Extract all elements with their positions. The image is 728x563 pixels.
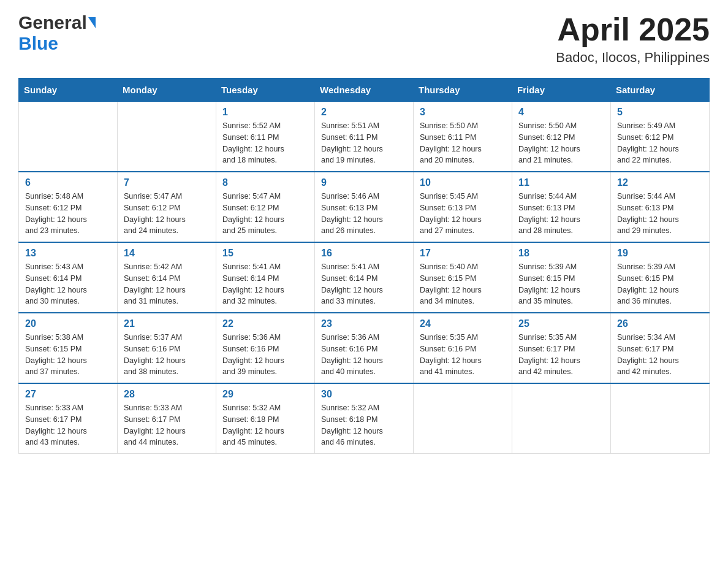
calendar-cell: 8Sunrise: 5:47 AM Sunset: 6:12 PM Daylig… [216,172,315,242]
day-number: 13 [25,248,111,259]
day-info: Sunrise: 5:36 AM Sunset: 6:16 PM Dayligh… [321,332,407,378]
calendar-cell [512,383,611,454]
day-number: 12 [617,177,703,188]
day-info: Sunrise: 5:35 AM Sunset: 6:16 PM Dayligh… [420,332,506,378]
day-info: Sunrise: 5:40 AM Sunset: 6:15 PM Dayligh… [420,261,506,307]
calendar-cell: 16Sunrise: 5:41 AM Sunset: 6:14 PM Dayli… [315,242,414,313]
day-info: Sunrise: 5:34 AM Sunset: 6:17 PM Dayligh… [617,332,703,378]
day-number: 28 [124,389,210,400]
day-number: 4 [518,107,604,118]
day-number: 23 [321,318,407,329]
calendar-cell [118,102,216,172]
calendar-cell: 27Sunrise: 5:33 AM Sunset: 6:17 PM Dayli… [19,383,118,454]
day-info: Sunrise: 5:39 AM Sunset: 6:15 PM Dayligh… [518,261,604,307]
day-number: 10 [420,177,506,188]
day-info: Sunrise: 5:33 AM Sunset: 6:17 PM Dayligh… [25,402,111,448]
weekday-header-sunday: Sunday [19,79,118,102]
page-header: General Blue April 2025 Badoc, Ilocos, P… [18,12,710,66]
day-number: 14 [124,248,210,259]
calendar-cell: 28Sunrise: 5:33 AM Sunset: 6:17 PM Dayli… [118,383,216,454]
weekday-header-saturday: Saturday [611,79,710,102]
calendar-cell: 22Sunrise: 5:36 AM Sunset: 6:16 PM Dayli… [216,313,315,383]
day-info: Sunrise: 5:44 AM Sunset: 6:13 PM Dayligh… [518,191,604,237]
day-info: Sunrise: 5:47 AM Sunset: 6:12 PM Dayligh… [222,191,308,237]
calendar-cell: 13Sunrise: 5:43 AM Sunset: 6:14 PM Dayli… [19,242,118,313]
logo-general-text: General [18,12,87,33]
calendar-cell: 11Sunrise: 5:44 AM Sunset: 6:13 PM Dayli… [512,172,611,242]
day-number: 19 [617,248,703,259]
calendar-cell: 12Sunrise: 5:44 AM Sunset: 6:13 PM Dayli… [611,172,710,242]
calendar-cell: 14Sunrise: 5:42 AM Sunset: 6:14 PM Dayli… [118,242,216,313]
logo-blue-text: Blue [18,33,58,53]
day-info: Sunrise: 5:45 AM Sunset: 6:13 PM Dayligh… [420,191,506,237]
calendar-table: SundayMondayTuesdayWednesdayThursdayFrid… [18,78,710,454]
title-block: April 2025 Badoc, Ilocos, Philippines [556,12,710,66]
calendar-cell: 5Sunrise: 5:49 AM Sunset: 6:12 PM Daylig… [611,102,710,172]
day-info: Sunrise: 5:52 AM Sunset: 6:11 PM Dayligh… [222,120,308,166]
day-number: 6 [25,177,111,188]
day-number: 11 [518,177,604,188]
day-number: 17 [420,248,506,259]
day-info: Sunrise: 5:43 AM Sunset: 6:14 PM Dayligh… [25,261,111,307]
day-info: Sunrise: 5:48 AM Sunset: 6:12 PM Dayligh… [25,191,111,237]
day-number: 3 [420,107,506,118]
calendar-week-row: 27Sunrise: 5:33 AM Sunset: 6:17 PM Dayli… [19,383,710,454]
calendar-cell: 29Sunrise: 5:32 AM Sunset: 6:18 PM Dayli… [216,383,315,454]
day-number: 25 [518,318,604,329]
day-info: Sunrise: 5:33 AM Sunset: 6:17 PM Dayligh… [124,402,210,448]
day-info: Sunrise: 5:41 AM Sunset: 6:14 PM Dayligh… [321,261,407,307]
calendar-cell: 18Sunrise: 5:39 AM Sunset: 6:15 PM Dayli… [512,242,611,313]
day-info: Sunrise: 5:35 AM Sunset: 6:17 PM Dayligh… [518,332,604,378]
calendar-cell: 3Sunrise: 5:50 AM Sunset: 6:11 PM Daylig… [414,102,512,172]
calendar-cell: 26Sunrise: 5:34 AM Sunset: 6:17 PM Dayli… [611,313,710,383]
calendar-subtitle: Badoc, Ilocos, Philippines [556,50,710,66]
weekday-header-friday: Friday [512,79,611,102]
day-number: 2 [321,107,407,118]
calendar-cell: 9Sunrise: 5:46 AM Sunset: 6:13 PM Daylig… [315,172,414,242]
day-number: 15 [222,248,308,259]
calendar-cell [414,383,512,454]
day-info: Sunrise: 5:41 AM Sunset: 6:14 PM Dayligh… [222,261,308,307]
calendar-cell: 2Sunrise: 5:51 AM Sunset: 6:11 PM Daylig… [315,102,414,172]
calendar-cell: 10Sunrise: 5:45 AM Sunset: 6:13 PM Dayli… [414,172,512,242]
day-number: 20 [25,318,111,329]
calendar-cell: 4Sunrise: 5:50 AM Sunset: 6:12 PM Daylig… [512,102,611,172]
calendar-cell [611,383,710,454]
day-info: Sunrise: 5:47 AM Sunset: 6:12 PM Dayligh… [124,191,210,237]
day-info: Sunrise: 5:50 AM Sunset: 6:11 PM Dayligh… [420,120,506,166]
calendar-cell [19,102,118,172]
calendar-title: April 2025 [556,12,710,47]
calendar-cell: 7Sunrise: 5:47 AM Sunset: 6:12 PM Daylig… [118,172,216,242]
day-info: Sunrise: 5:51 AM Sunset: 6:11 PM Dayligh… [321,120,407,166]
calendar-week-row: 6Sunrise: 5:48 AM Sunset: 6:12 PM Daylig… [19,172,710,242]
day-info: Sunrise: 5:32 AM Sunset: 6:18 PM Dayligh… [222,402,308,448]
day-number: 5 [617,107,703,118]
day-info: Sunrise: 5:42 AM Sunset: 6:14 PM Dayligh… [124,261,210,307]
calendar-week-row: 20Sunrise: 5:38 AM Sunset: 6:15 PM Dayli… [19,313,710,383]
day-number: 8 [222,177,308,188]
logo: General Blue [18,12,96,54]
calendar-cell: 6Sunrise: 5:48 AM Sunset: 6:12 PM Daylig… [19,172,118,242]
day-number: 29 [222,389,308,400]
calendar-cell: 15Sunrise: 5:41 AM Sunset: 6:14 PM Dayli… [216,242,315,313]
calendar-cell: 17Sunrise: 5:40 AM Sunset: 6:15 PM Dayli… [414,242,512,313]
day-info: Sunrise: 5:46 AM Sunset: 6:13 PM Dayligh… [321,191,407,237]
calendar-header-row: SundayMondayTuesdayWednesdayThursdayFrid… [19,79,710,102]
calendar-cell: 1Sunrise: 5:52 AM Sunset: 6:11 PM Daylig… [216,102,315,172]
calendar-cell: 19Sunrise: 5:39 AM Sunset: 6:15 PM Dayli… [611,242,710,313]
weekday-header-monday: Monday [118,79,216,102]
day-number: 1 [222,107,308,118]
day-number: 9 [321,177,407,188]
day-number: 30 [321,389,407,400]
day-info: Sunrise: 5:38 AM Sunset: 6:15 PM Dayligh… [25,332,111,378]
calendar-cell: 21Sunrise: 5:37 AM Sunset: 6:16 PM Dayli… [118,313,216,383]
day-number: 21 [124,318,210,329]
weekday-header-thursday: Thursday [414,79,512,102]
calendar-cell: 24Sunrise: 5:35 AM Sunset: 6:16 PM Dayli… [414,313,512,383]
day-number: 24 [420,318,506,329]
day-info: Sunrise: 5:39 AM Sunset: 6:15 PM Dayligh… [617,261,703,307]
day-info: Sunrise: 5:49 AM Sunset: 6:12 PM Dayligh… [617,120,703,166]
day-number: 18 [518,248,604,259]
weekday-header-wednesday: Wednesday [315,79,414,102]
day-info: Sunrise: 5:50 AM Sunset: 6:12 PM Dayligh… [518,120,604,166]
